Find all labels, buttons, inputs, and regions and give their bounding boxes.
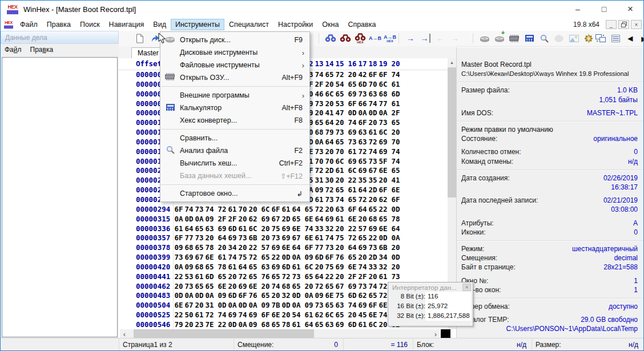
hex-byte[interactable]: 73 [271, 233, 281, 243]
hex-byte[interactable]: 67 [184, 301, 194, 310]
hex-byte[interactable]: 64 [357, 205, 368, 215]
hex-byte[interactable]: 20 [324, 80, 335, 90]
hex-byte[interactable]: 64 [357, 185, 368, 195]
hex-byte[interactable]: 77 [184, 233, 194, 243]
menubar-item-7[interactable]: Настройки [273, 19, 317, 30]
hex-byte[interactable]: 65 [391, 166, 401, 176]
hex-byte[interactable]: 20 [314, 108, 324, 118]
hex-byte[interactable]: 69 [281, 224, 291, 234]
tools-menu-item-11[interactable]: Вычислить хеш...Ctrl+F2 [160, 157, 309, 170]
hex-byte[interactable]: 69 [378, 147, 388, 157]
hex-byte[interactable]: 64 [184, 224, 194, 234]
hex-byte[interactable]: 78 [391, 215, 401, 224]
hex-byte[interactable]: 74 [184, 205, 194, 215]
hex-byte[interactable]: 63 [368, 90, 378, 99]
interpreter-value[interactable]: 25,972 [425, 301, 471, 311]
hex-byte[interactable]: 68 [314, 128, 324, 138]
hex-byte[interactable]: 33 [314, 224, 324, 234]
hex-byte[interactable]: 65 [335, 185, 345, 195]
hex-byte[interactable]: 62 [314, 310, 324, 320]
hex-byte[interactable]: 47 [335, 108, 345, 118]
hex-byte[interactable]: 61 [335, 166, 345, 176]
hex-byte[interactable]: 64 [324, 138, 335, 147]
hex-byte[interactable]: 20 [391, 128, 401, 138]
hex-byte[interactable]: 73 [314, 99, 324, 109]
hex-byte[interactable]: 79 [324, 128, 335, 138]
hex-byte[interactable]: 6F [378, 185, 388, 195]
hex-byte[interactable]: 74 [391, 147, 401, 157]
hex-byte[interactable]: 69 [324, 215, 335, 224]
hex-byte[interactable]: 74 [378, 310, 388, 320]
hex-byte[interactable]: 63 [324, 320, 335, 329]
hex-byte[interactable]: 20 [304, 282, 314, 292]
hex-byte[interactable]: 77 [314, 243, 324, 253]
hex-byte[interactable]: 22 [174, 272, 184, 282]
open-ram-icon[interactable] [507, 32, 522, 45]
hex-byte[interactable]: 74 [204, 205, 215, 215]
clone-disk-icon[interactable]: + [492, 32, 507, 45]
hex-byte[interactable]: 35 [368, 176, 378, 185]
hex-byte[interactable]: 72 [204, 310, 215, 320]
hex-byte[interactable]: 72 [314, 166, 324, 176]
hex-byte[interactable]: 65 [357, 233, 368, 243]
hex-byte[interactable]: 65 [248, 272, 258, 282]
hex-byte[interactable]: 6C [324, 90, 335, 99]
hex-byte[interactable]: 0D [227, 320, 238, 329]
hex-byte[interactable]: 67 [368, 166, 378, 176]
hex-byte[interactable]: 46 [314, 90, 324, 99]
hex-byte[interactable]: 68 [281, 282, 291, 292]
hex-byte[interactable]: 6C [378, 128, 388, 138]
hex-byte[interactable]: 20 [194, 301, 204, 310]
hex-byte[interactable]: 72 [217, 205, 227, 215]
hex-byte[interactable]: 6D [391, 90, 401, 99]
menubar-item-2[interactable]: Поиск [75, 19, 104, 30]
hex-byte[interactable]: 72 [324, 185, 335, 195]
hex-byte[interactable]: 69 [227, 233, 238, 243]
hex-byte[interactable]: 20 [335, 272, 345, 282]
hex-byte[interactable]: 72 [248, 253, 258, 263]
hex-byte[interactable]: 0A [291, 253, 301, 263]
hex-byte[interactable]: 2D [368, 185, 378, 195]
hex-byte[interactable]: 34 [378, 253, 388, 263]
hex-byte[interactable]: 6B [378, 243, 388, 253]
hex-byte[interactable]: 6C [260, 205, 271, 215]
hex-byte[interactable]: 61 [357, 320, 368, 329]
hex-byte[interactable]: 20 [335, 243, 345, 253]
hex-byte[interactable]: 73 [291, 272, 301, 282]
hex-byte[interactable]: 20 [347, 70, 357, 80]
hex-byte[interactable]: 69 [347, 128, 357, 138]
hex-byte[interactable]: 57 [260, 243, 271, 253]
hex-byte[interactable]: 64 [238, 263, 248, 272]
hex-byte[interactable]: 69 [184, 253, 194, 263]
case-data-menu-0[interactable]: Файл [5, 46, 22, 54]
tools-menu-item-5[interactable]: Внешние программы› [160, 89, 309, 102]
hex-byte[interactable]: 61 [194, 310, 204, 320]
hex-byte[interactable]: 6C [324, 310, 335, 320]
close-icon[interactable]: ✕ [462, 284, 471, 291]
hex-byte[interactable]: 63 [335, 301, 345, 310]
hex-byte[interactable]: 75 [324, 263, 335, 272]
hex-byte[interactable]: 78 [281, 320, 291, 329]
hex-byte[interactable]: 73 [194, 233, 204, 243]
hex-byte[interactable]: 72 [314, 205, 324, 215]
hex-byte[interactable]: 6F [378, 70, 388, 80]
hex-byte[interactable]: 6F [391, 195, 401, 205]
hex-byte[interactable]: 6E [378, 301, 388, 310]
menubar-item-0[interactable]: Файл [15, 19, 42, 30]
hex-byte[interactable]: 65 [194, 243, 204, 253]
hex-byte[interactable]: 61 [368, 128, 378, 138]
hex-byte[interactable]: 6D [227, 224, 238, 234]
hex-byte[interactable]: 61 [391, 80, 401, 90]
hex-byte[interactable]: 70 [314, 157, 324, 167]
hex-byte[interactable]: 6F [368, 70, 378, 80]
hex-byte[interactable]: 65 [335, 310, 345, 320]
hex-byte[interactable]: 41 [324, 108, 335, 118]
hex-byte[interactable]: 22 [324, 272, 335, 282]
hex-byte[interactable]: 61 [217, 253, 227, 263]
hex-byte[interactable]: 6C [347, 166, 357, 176]
hex-byte[interactable]: 65 [248, 263, 258, 272]
hex-byte[interactable]: 70 [324, 157, 335, 167]
hex-byte[interactable]: 70 [368, 80, 378, 90]
document-icon[interactable]: HEX [3, 21, 14, 29]
hex-byte[interactable]: 6E [217, 282, 227, 292]
